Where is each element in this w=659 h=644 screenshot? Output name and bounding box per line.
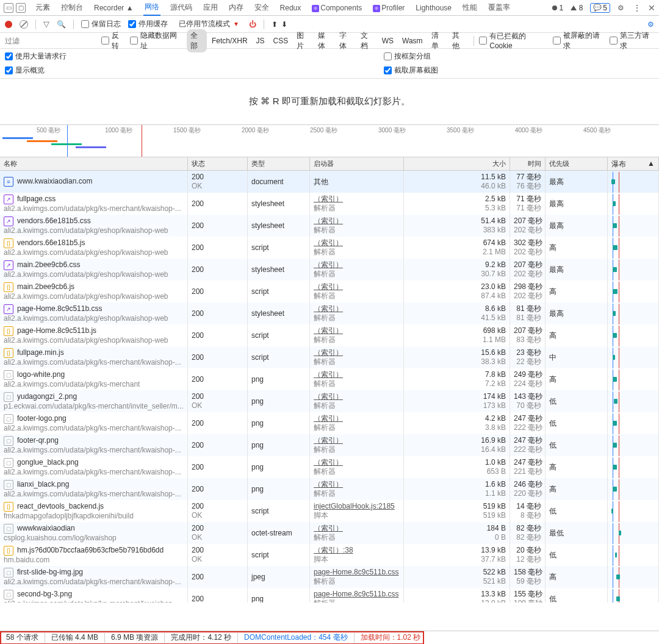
col-priority[interactable]: 优先级: [546, 157, 608, 170]
tab-Recorder ▲[interactable]: Recorder ▲: [93, 1, 135, 15]
warnings-badge[interactable]: 8: [571, 4, 583, 12]
search-icon[interactable]: 🔍: [57, 20, 66, 29]
toolbar-right: 1 8 💬 5 ⚙ ⋮ ✕: [552, 3, 655, 13]
upload-icon[interactable]: ⬆: [272, 20, 278, 29]
record-button[interactable]: [5, 21, 12, 28]
col-initiator[interactable]: 启动器: [310, 157, 404, 170]
col-time[interactable]: 时间: [510, 157, 546, 170]
request-row[interactable]: {}vendors.66e181b5.jsali2.a.kwimgs.com/u…: [0, 237, 659, 259]
request-row[interactable]: ↗main.2bee9cb6.cssali2.a.kwimgs.com/udat…: [0, 259, 659, 281]
type-filter-chips: 全部Fetch/XHRJSCSS图片媒体字体文档WSWasm清单其他: [187, 29, 469, 52]
devtools-main-toolbar: ▭ ▢ 元素控制台Recorder ▲网络源代码应用内存安全Redux⚛Comp…: [0, 0, 659, 16]
panel-tabs: 元素控制台Recorder ▲网络源代码应用内存安全Redux⚛Componen…: [34, 0, 550, 16]
blocked-requests-checkbox[interactable]: 被屏蔽的请求: [553, 30, 605, 51]
request-row[interactable]: ▢wwwkwaixiaodiancsplog.kuaishou.com/log/…: [0, 522, 659, 544]
group-by-frame-checkbox[interactable]: 按框架分组: [384, 51, 438, 62]
import-export[interactable]: ⬆⬇: [272, 20, 287, 29]
footer-requests: 58 个请求: [6, 632, 38, 643]
network-settings-icon[interactable]: ⚙: [647, 20, 654, 29]
status-bar: 58 个请求 已传输 4.4 MB 6.9 MB 项资源 完成用时：4.12 秒…: [0, 631, 659, 644]
request-row[interactable]: ▢lianxi_black.pngali2.a.kwimgs.com/udata…: [0, 478, 659, 500]
overview-timeline[interactable]: 500 毫秒1000 毫秒1500 毫秒2000 毫秒2500 毫秒3000 毫…: [0, 124, 659, 157]
col-status[interactable]: 状态: [188, 157, 248, 170]
tab-性能[interactable]: 性能: [461, 0, 478, 15]
blocked-cookies-checkbox[interactable]: 有已拦截的 Cookie: [479, 31, 547, 50]
request-row[interactable]: {}hm.js?6d00b7bccfaa69b63cfbe5b7916bd6dd…: [0, 544, 659, 566]
device-toggle-icon[interactable]: ▢: [16, 3, 26, 13]
requests-table-header: 名称 状态 类型 启动器 大小 时间 优先级 瀑布▲: [0, 157, 659, 171]
request-row[interactable]: ▢first-slide-bg-img.jpgali2.a.kwimgs.com…: [0, 566, 659, 588]
col-type[interactable]: 类型: [248, 157, 310, 170]
request-row[interactable]: ▢logo-white.pngali2.a.kwimgs.com/udata/p…: [0, 368, 659, 390]
col-waterfall[interactable]: 瀑布▲: [608, 157, 659, 170]
tab-元素[interactable]: 元素: [34, 0, 51, 15]
tab-Components[interactable]: ⚛Components: [311, 1, 363, 15]
col-name[interactable]: 名称: [0, 157, 188, 170]
network-options: 使用大量请求行 显示概览 按框架分组 截取屏幕截图: [0, 49, 659, 79]
request-row[interactable]: {}page-Home.8c9c511b.jsali2.a.kwimgs.com…: [0, 324, 659, 346]
tab-应用[interactable]: 应用: [202, 0, 219, 15]
request-row[interactable]: ▢footer-qr.pngali2.a.kwimgs.com/udata/pk…: [0, 434, 659, 456]
footer-dcl: DOMContentLoaded：454 毫秒: [244, 632, 347, 643]
show-overview-checkbox[interactable]: 显示概览: [5, 65, 67, 76]
download-icon[interactable]: ⬇: [281, 20, 287, 29]
capture-screenshots-checkbox[interactable]: 截取屏幕截图: [384, 65, 438, 76]
third-party-checkbox[interactable]: 第三方请求: [610, 30, 654, 51]
request-row[interactable]: ▢footer-logo.pngali2.a.kwimgs.com/udata/…: [0, 412, 659, 434]
reload-prompt: 按 ⌘ R 即可重新加载和截取幻灯影片。: [0, 79, 659, 124]
filter-input[interactable]: [5, 37, 96, 45]
inspect-icon[interactable]: ▭: [4, 3, 13, 13]
col-size[interactable]: 大小: [404, 157, 510, 170]
hide-data-urls-checkbox[interactable]: 隐藏数据网址: [130, 30, 182, 51]
request-row[interactable]: ≡www.kwaixiaodian.com200OKdocument其他11.5…: [0, 171, 659, 193]
request-row[interactable]: ↗page-Home.8c9c511b.cssali2.a.kwimgs.com…: [0, 302, 659, 324]
clear-button[interactable]: [20, 20, 28, 29]
chip-文档[interactable]: 文档: [357, 29, 377, 52]
large-rows-checkbox[interactable]: 使用大量请求行: [5, 51, 67, 62]
chip-WS[interactable]: WS: [378, 35, 397, 46]
network-conditions-icon[interactable]: ⏻: [249, 20, 256, 29]
request-row[interactable]: {}react_devtools_backend.jsfmkadmapgofad…: [0, 500, 659, 522]
tab-内存[interactable]: 内存: [228, 0, 245, 15]
request-row[interactable]: {}main.2bee9cb6.jsali2.a.kwimgs.com/udat…: [0, 281, 659, 302]
more-icon[interactable]: ⋮: [633, 4, 641, 12]
chip-Fetch/XHR[interactable]: Fetch/XHR: [208, 35, 251, 46]
chip-其他[interactable]: 其他: [448, 29, 469, 52]
chip-图片[interactable]: 图片: [293, 29, 313, 52]
errors-badge[interactable]: 1: [552, 4, 563, 12]
filter-icon[interactable]: ▽: [43, 20, 49, 29]
request-row[interactable]: ↗fullpage.cssali2.a.kwimgs.com/udata/pkg…: [0, 193, 659, 215]
footer-resources: 6.9 MB 项资源: [111, 632, 158, 643]
chip-媒体[interactable]: 媒体: [314, 29, 334, 52]
invert-checkbox[interactable]: 反转: [101, 30, 125, 51]
tab-网络[interactable]: 网络: [143, 0, 160, 16]
close-icon[interactable]: ✕: [648, 3, 655, 13]
tab-Profiler[interactable]: ⚛Profiler: [372, 1, 406, 15]
preserve-log-checkbox[interactable]: 保留日志: [81, 19, 121, 29]
settings-icon[interactable]: ⚙: [618, 4, 626, 12]
tab-源代码[interactable]: 源代码: [169, 0, 193, 15]
tab-Redux[interactable]: Redux: [279, 1, 303, 15]
tab-安全[interactable]: 安全: [253, 0, 270, 15]
tab-Lighthouse[interactable]: Lighthouse: [414, 1, 453, 15]
footer-finish: 完成用时：4.12 秒: [171, 632, 231, 643]
request-row[interactable]: ▢yudagongzi_2.pngp1.eckwai.com/udata/pkg…: [0, 390, 659, 412]
request-row[interactable]: ▢second-bg-3.pngali2.a.kwimgs.com/udata/…: [0, 588, 659, 603]
chip-清单[interactable]: 清单: [428, 29, 448, 52]
tab-控制台[interactable]: 控制台: [60, 0, 84, 15]
messages-badge[interactable]: 💬 5: [590, 3, 610, 13]
chip-Wasm[interactable]: Wasm: [398, 35, 427, 46]
request-row[interactable]: ▢gonglue_black.pngali2.a.kwimgs.com/udat…: [0, 456, 659, 478]
requests-table-body: ≡www.kwaixiaodian.com200OKdocument其他11.5…: [0, 171, 659, 603]
footer-load: 加载时间：1.02 秒: [361, 632, 421, 643]
chip-全部[interactable]: 全部: [187, 29, 207, 52]
chip-CSS[interactable]: CSS: [270, 35, 292, 46]
request-row[interactable]: {}fullpage.min.jsali2.a.kwimgs.com/udata…: [0, 346, 659, 368]
tab-覆盖率[interactable]: 覆盖率: [487, 0, 511, 15]
chip-JS[interactable]: JS: [253, 35, 268, 46]
request-row[interactable]: ↗vendors.66e181b5.cssali2.a.kwimgs.com/u…: [0, 215, 659, 237]
disable-cache-checkbox[interactable]: 停用缓存: [128, 19, 168, 29]
chip-字体[interactable]: 字体: [336, 29, 356, 52]
filter-bar: 反转 隐藏数据网址 全部Fetch/XHRJSCSS图片媒体字体文档WSWasm…: [0, 33, 659, 49]
footer-transferred: 已传输 4.4 MB: [51, 632, 98, 643]
